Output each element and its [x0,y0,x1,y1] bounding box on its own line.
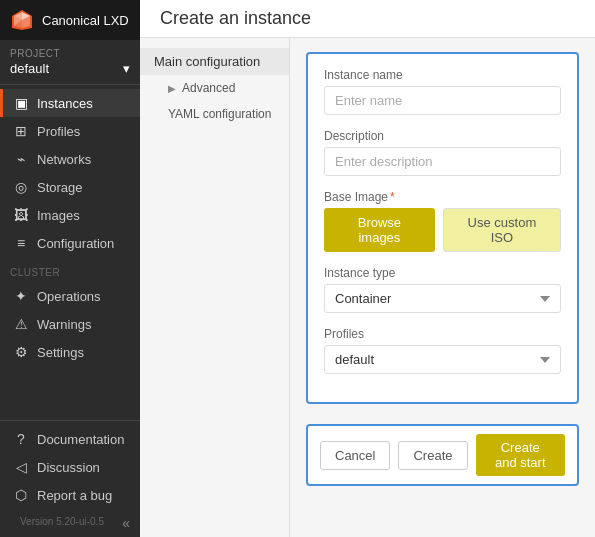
sidebar-item-storage[interactable]: ◎ Storage [0,173,140,201]
description-label: Description [324,129,561,143]
page-title: Create an instance [160,8,311,29]
profiles-group: Profiles default [324,327,561,374]
browse-images-button[interactable]: Browse images [324,208,435,252]
instance-type-label: Instance type [324,266,561,280]
sidebar-collapse-button[interactable]: « [116,513,136,533]
sidebar-item-label: Profiles [37,124,80,139]
sidebar-item-profiles[interactable]: ⊞ Profiles [0,117,140,145]
version-label: Version 5.20-ui-0.5 [10,514,114,533]
profiles-label: Profiles [324,327,561,341]
sidebar: Canonical LXD Project default ▾ ▣ Instan… [0,0,140,537]
sidebar-item-networks[interactable]: ⌁ Networks [0,145,140,173]
config-nav-main[interactable]: Main configuration [140,48,289,75]
networks-icon: ⌁ [13,151,29,167]
footer-card: Cancel Create Create and start [306,424,579,486]
chevron-right-icon: ▶ [168,83,176,94]
canonical-lxd-logo-icon [10,8,34,32]
warnings-icon: ⚠ [13,316,29,332]
cancel-button[interactable]: Cancel [320,441,390,470]
sidebar-item-label: Configuration [37,236,114,251]
operations-icon: ✦ [13,288,29,304]
sidebar-item-label: Networks [37,152,91,167]
discussion-icon: ◁ [13,459,29,475]
app-name: Canonical LXD [42,13,129,28]
project-label: Project [10,48,130,59]
instance-name-input[interactable] [324,86,561,115]
sidebar-bottom: ? Documentation ◁ Discussion ⬡ Report a … [0,420,140,537]
images-icon: 🖼 [13,207,29,223]
sidebar-item-label: Storage [37,180,83,195]
sidebar-item-operations[interactable]: ✦ Operations [0,282,140,310]
config-nav-yaml-label: YAML configuration [168,107,271,121]
instance-type-group: Instance type Container Virtual Machine [324,266,561,313]
description-input[interactable] [324,147,561,176]
sidebar-item-instances[interactable]: ▣ Instances [0,89,140,117]
sidebar-item-label: Discussion [37,460,100,475]
sidebar-item-label: Operations [37,289,101,304]
sidebar-item-settings[interactable]: ⚙ Settings [0,338,140,366]
sidebar-item-label: Report a bug [37,488,112,503]
sidebar-item-documentation[interactable]: ? Documentation [0,425,140,453]
profiles-icon: ⊞ [13,123,29,139]
profiles-select[interactable]: default [324,345,561,374]
documentation-icon: ? [13,431,29,447]
sidebar-item-label: Documentation [37,432,124,447]
instance-name-group: Instance name [324,68,561,115]
sidebar-item-configuration[interactable]: ≡ Configuration [0,229,140,257]
sidebar-nav: ▣ Instances ⊞ Profiles ⌁ Networks ◎ Stor… [0,85,140,420]
chevron-down-icon: ▾ [123,61,130,76]
main-content: Create an instance Main configuration ▶ … [140,0,595,537]
sidebar-item-label: Images [37,208,80,223]
sidebar-item-discussion[interactable]: ◁ Discussion [0,453,140,481]
config-nav-advanced[interactable]: ▶ Advanced [140,75,289,101]
base-image-group: Base Image Browse images Use custom ISO [324,190,561,252]
project-value[interactable]: default ▾ [10,61,130,76]
settings-icon: ⚙ [13,344,29,360]
sidebar-item-label: Instances [37,96,93,111]
sidebar-item-images[interactable]: 🖼 Images [0,201,140,229]
use-custom-iso-button[interactable]: Use custom ISO [443,208,561,252]
cluster-section-label: Cluster [0,257,140,282]
page-header: Create an instance [140,0,595,38]
page-body: Main configuration ▶ Advanced YAML confi… [140,38,595,537]
sidebar-item-label: Settings [37,345,84,360]
config-nav-main-label: Main configuration [154,54,260,69]
project-selector[interactable]: Project default ▾ [0,40,140,85]
sidebar-item-label: Warnings [37,317,91,332]
base-image-buttons: Browse images Use custom ISO [324,208,561,252]
create-and-start-button[interactable]: Create and start [476,434,566,476]
sidebar-item-warnings[interactable]: ⚠ Warnings [0,310,140,338]
storage-icon: ◎ [13,179,29,195]
bug-icon: ⬡ [13,487,29,503]
description-group: Description [324,129,561,176]
form-card: Instance name Description Base Image Bro… [306,52,579,404]
config-nav-advanced-label: Advanced [182,81,235,95]
sidebar-item-report-bug[interactable]: ⬡ Report a bug [0,481,140,509]
form-area: Instance name Description Base Image Bro… [290,38,595,537]
config-nav-yaml[interactable]: YAML configuration [140,101,289,127]
sidebar-logo: Canonical LXD [0,0,140,40]
base-image-label: Base Image [324,190,561,204]
instances-icon: ▣ [13,95,29,111]
instance-name-label: Instance name [324,68,561,82]
instance-type-select[interactable]: Container Virtual Machine [324,284,561,313]
create-button[interactable]: Create [398,441,467,470]
configuration-icon: ≡ [13,235,29,251]
config-nav: Main configuration ▶ Advanced YAML confi… [140,38,290,537]
